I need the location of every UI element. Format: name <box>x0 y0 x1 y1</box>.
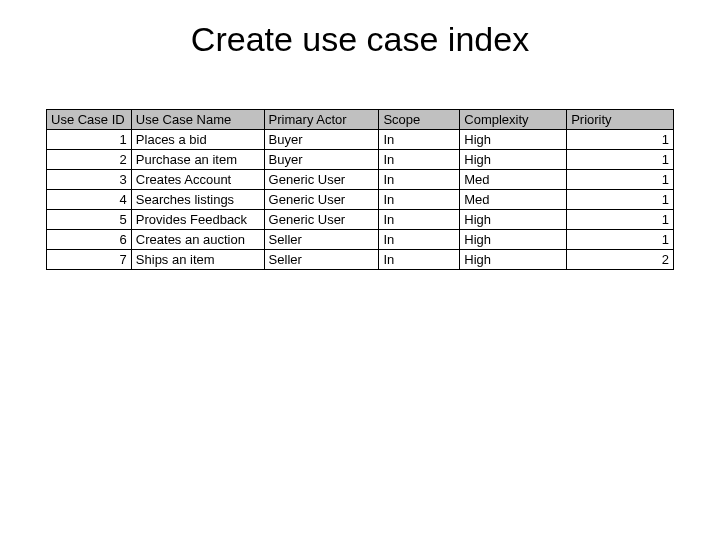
cell-scope: In <box>379 210 460 230</box>
header-name: Use Case Name <box>131 110 264 130</box>
table-row: 5 Provides Feedback Generic User In High… <box>47 210 674 230</box>
cell-priority: 1 <box>567 130 674 150</box>
cell-name: Searches listings <box>131 190 264 210</box>
cell-complexity: Med <box>460 190 567 210</box>
cell-scope: In <box>379 170 460 190</box>
header-priority: Priority <box>567 110 674 130</box>
cell-actor: Seller <box>264 230 379 250</box>
table-row: 4 Searches listings Generic User In Med … <box>47 190 674 210</box>
cell-complexity: High <box>460 210 567 230</box>
cell-actor: Buyer <box>264 150 379 170</box>
cell-actor: Buyer <box>264 130 379 150</box>
cell-complexity: High <box>460 230 567 250</box>
cell-complexity: High <box>460 130 567 150</box>
header-complexity: Complexity <box>460 110 567 130</box>
table-container: Use Case ID Use Case Name Primary Actor … <box>0 109 720 270</box>
cell-priority: 2 <box>567 250 674 270</box>
cell-complexity: Med <box>460 170 567 190</box>
cell-id: 7 <box>47 250 132 270</box>
table-row: 1 Places a bid Buyer In High 1 <box>47 130 674 150</box>
cell-priority: 1 <box>567 210 674 230</box>
cell-id: 5 <box>47 210 132 230</box>
cell-actor: Generic User <box>264 210 379 230</box>
cell-actor: Seller <box>264 250 379 270</box>
cell-id: 4 <box>47 190 132 210</box>
header-actor: Primary Actor <box>264 110 379 130</box>
cell-name: Ships an item <box>131 250 264 270</box>
cell-priority: 1 <box>567 170 674 190</box>
cell-priority: 1 <box>567 230 674 250</box>
page-title: Create use case index <box>0 0 720 109</box>
cell-scope: In <box>379 190 460 210</box>
cell-id: 1 <box>47 130 132 150</box>
cell-id: 3 <box>47 170 132 190</box>
header-scope: Scope <box>379 110 460 130</box>
table-row: 7 Ships an item Seller In High 2 <box>47 250 674 270</box>
cell-complexity: High <box>460 250 567 270</box>
use-case-table: Use Case ID Use Case Name Primary Actor … <box>46 109 674 270</box>
table-row: 6 Creates an auction Seller In High 1 <box>47 230 674 250</box>
cell-id: 6 <box>47 230 132 250</box>
cell-actor: Generic User <box>264 170 379 190</box>
cell-actor: Generic User <box>264 190 379 210</box>
cell-name: Provides Feedback <box>131 210 264 230</box>
cell-complexity: High <box>460 150 567 170</box>
table-row: 2 Purchase an item Buyer In High 1 <box>47 150 674 170</box>
cell-priority: 1 <box>567 190 674 210</box>
header-id: Use Case ID <box>47 110 132 130</box>
table-header-row: Use Case ID Use Case Name Primary Actor … <box>47 110 674 130</box>
cell-scope: In <box>379 130 460 150</box>
cell-name: Creates an auction <box>131 230 264 250</box>
cell-priority: 1 <box>567 150 674 170</box>
cell-name: Purchase an item <box>131 150 264 170</box>
cell-id: 2 <box>47 150 132 170</box>
cell-scope: In <box>379 250 460 270</box>
table-row: 3 Creates Account Generic User In Med 1 <box>47 170 674 190</box>
cell-name: Places a bid <box>131 130 264 150</box>
cell-name: Creates Account <box>131 170 264 190</box>
cell-scope: In <box>379 150 460 170</box>
cell-scope: In <box>379 230 460 250</box>
